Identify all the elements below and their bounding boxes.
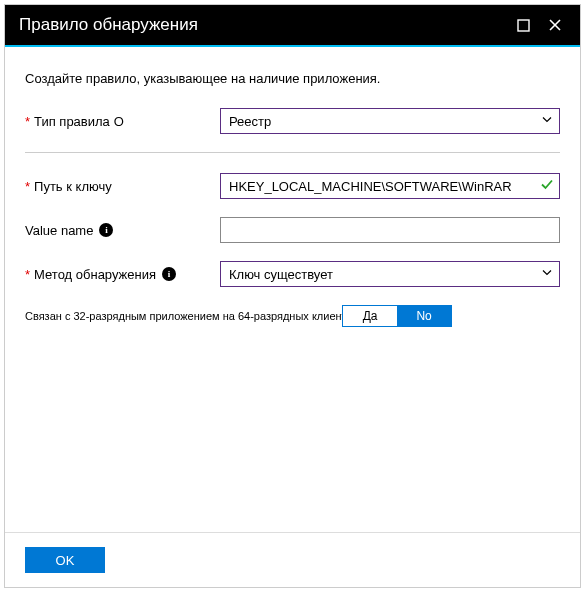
label-text: Путь к ключу [34,179,112,194]
rule-type-select[interactable]: Реестр [220,108,560,134]
check-icon [540,178,554,195]
key-path-row: * Путь к ключу [25,173,560,199]
bitness-yes-option[interactable]: Да [343,306,397,326]
panel-header: Правило обнаружения [5,5,580,47]
required-marker: * [25,114,30,129]
panel-title: Правило обнаружения [19,15,502,35]
required-marker: * [25,267,30,282]
select-value: Реестр [229,114,271,129]
bitness-label: Связан с 32-разрядным приложением на 64-… [25,310,358,322]
bitness-row: Связан с 32-разрядным приложением на 64-… [25,305,560,327]
key-path-label: * Путь к ключу [25,179,220,194]
chevron-down-icon [541,267,553,282]
restore-icon[interactable] [512,14,534,36]
panel-footer: OK [5,532,580,587]
divider [25,152,560,153]
bitness-no-option[interactable]: No [397,306,451,326]
info-icon[interactable]: i [162,267,176,281]
intro-text: Создайте правило, указывающее на наличие… [25,71,560,86]
value-name-label: Value name i [25,223,220,238]
bitness-toggle: Да No [342,305,452,327]
value-name-input[interactable] [220,217,560,243]
label-text: Value name [25,223,93,238]
close-icon[interactable] [544,14,566,36]
rule-type-row: * Тип правила О Реестр [25,108,560,134]
required-marker: * [25,179,30,194]
select-value: Ключ существует [229,267,333,282]
ok-button[interactable]: OK [25,547,105,573]
rule-type-label: * Тип правила О [25,114,220,129]
chevron-down-icon [541,114,553,129]
label-text: Тип правила [34,114,110,129]
label-text: Метод обнаружения [34,267,156,282]
info-icon[interactable]: i [99,223,113,237]
value-name-row: Value name i [25,217,560,243]
label-suffix: О [114,114,124,129]
panel-content: Создайте правило, указывающее на наличие… [5,47,580,532]
detection-method-label: * Метод обнаружения i [25,267,220,282]
detection-rule-panel: Правило обнаружения Создайте правило, ук… [4,4,581,588]
detection-method-select[interactable]: Ключ существует [220,261,560,287]
key-path-input[interactable] [220,173,560,199]
detection-method-row: * Метод обнаружения i Ключ существует [25,261,560,287]
svg-rect-0 [518,20,529,31]
